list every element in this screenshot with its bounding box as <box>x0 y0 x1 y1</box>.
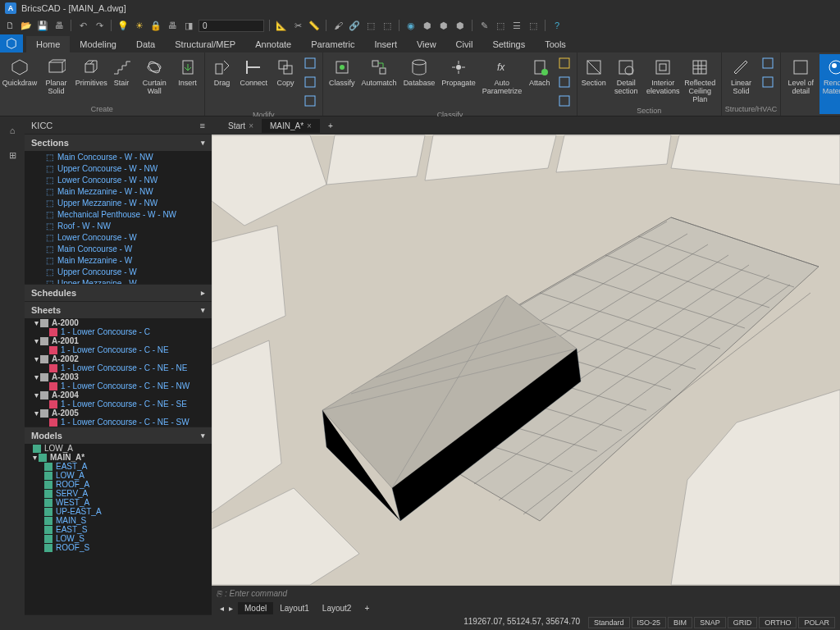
menu-icon[interactable]: ≡ <box>200 121 205 130</box>
command-line[interactable]: ⎘: Enter command <box>212 586 840 600</box>
section-item[interactable]: ⬚Main Mezzanine - W - NW <box>25 185 212 197</box>
cube-icon[interactable]: ⬢ <box>454 19 467 32</box>
cube-icon[interactable]: ◉ <box>404 19 418 32</box>
add-tab-button[interactable]: + <box>320 119 341 133</box>
status-snap-button[interactable]: SNAP <box>694 617 726 628</box>
tab-parametric[interactable]: Parametric <box>301 36 364 52</box>
tool-icon[interactable]: ⬚ <box>381 19 394 32</box>
database-button[interactable]: Database <box>401 54 438 110</box>
struct-small-button[interactable] <box>759 54 777 72</box>
home-icon[interactable]: ⌂ <box>3 121 21 139</box>
section-item[interactable]: ⬚Upper Mezzanine - W <box>25 277 212 284</box>
classify-small-button[interactable] <box>555 54 573 72</box>
section-item[interactable]: ⬚Main Mezzanine - W <box>25 254 212 266</box>
structure-icon[interactable]: ⊞ <box>3 146 21 164</box>
tab-tools[interactable]: Tools <box>535 36 576 52</box>
section-item[interactable]: ⬚Roof - W - NW <box>25 220 212 231</box>
list-icon[interactable]: ☰ <box>510 19 523 32</box>
sheet-group[interactable]: ▾A-2002 <box>25 354 212 363</box>
sheet-group[interactable]: ▾A-2004 <box>25 390 212 399</box>
layer-visibility-icon[interactable]: 💡 <box>116 19 130 32</box>
status-standard-button[interactable]: Standard <box>588 617 630 628</box>
tab-annotate[interactable]: Annotate <box>245 36 301 52</box>
cube-icon[interactable]: ⬢ <box>437 19 450 32</box>
model-item[interactable]: EAST_A <box>25 462 212 471</box>
model-item[interactable]: ROOF_S <box>25 543 212 552</box>
model-item[interactable]: LOW_S <box>25 534 212 543</box>
section-item[interactable]: ⬚Upper Mezzanine - W - NW <box>25 197 212 208</box>
section-item[interactable]: ⬚Lower Concourse - W <box>25 231 212 243</box>
model-item[interactable]: WEST_A <box>25 498 212 507</box>
tab-structural-mep[interactable]: Structural/MEP <box>165 36 245 52</box>
status-polar-button[interactable]: POLAR <box>798 617 835 628</box>
tab-view[interactable]: View <box>407 36 446 52</box>
tool-icon[interactable]: ⬚ <box>364 19 377 32</box>
status-grid-button[interactable]: GRID <box>728 617 758 628</box>
models-header[interactable]: Models▾ <box>25 427 212 444</box>
model-item[interactable]: MAIN_S <box>25 516 212 525</box>
tab-data[interactable]: Data <box>126 36 165 52</box>
save-icon[interactable]: 💾 <box>36 19 49 32</box>
layer-plot-icon[interactable]: 🖶 <box>166 19 179 32</box>
layer-lock-icon[interactable]: 🔒 <box>149 19 162 32</box>
layer-freeze-icon[interactable]: ☀ <box>133 19 146 32</box>
quickdraw-button[interactable]: Quickdraw <box>3 54 36 104</box>
tool-icon[interactable]: ⬚ <box>527 19 540 32</box>
tab-civil[interactable]: Civil <box>446 36 483 52</box>
struct-small-button[interactable] <box>759 73 777 91</box>
layout-tab-model[interactable]: Model <box>238 602 273 614</box>
classify-small-button[interactable] <box>555 92 573 110</box>
level-of-detail-button[interactable]: Level of detail <box>784 54 817 114</box>
section-item[interactable]: ⬚Mechanical Penthouse - W - NW <box>25 208 212 220</box>
auto-parametrize-button[interactable]: fxAuto Parametrize <box>480 54 524 110</box>
3d-viewport[interactable] <box>212 135 840 586</box>
tab-modeling[interactable]: Modeling <box>70 36 126 52</box>
modify-small-button[interactable] <box>301 73 319 91</box>
propagate-button[interactable]: Propagate <box>439 54 478 110</box>
open-icon[interactable]: 📂 <box>20 19 33 32</box>
sheet-item[interactable]: 1 - Lower Concourse - C - NE - SW <box>25 418 212 427</box>
classify-small-button[interactable] <box>555 73 573 91</box>
classify-button[interactable]: Classify <box>326 54 358 110</box>
curtain-wall-button[interactable]: Curtain Wall <box>136 54 173 104</box>
model-item[interactable]: ROOF_A <box>25 480 212 489</box>
sheet-item[interactable]: 1 - Lower Concourse - C - NE - SE <box>25 399 212 409</box>
model-item[interactable]: LOW_A <box>25 444 212 453</box>
layout-tab-layout1[interactable]: Layout1 <box>273 602 316 614</box>
tab-settings[interactable]: Settings <box>482 36 535 52</box>
paint-icon[interactable]: 🖌 <box>331 19 345 32</box>
sheet-group[interactable]: ▾A-2005 <box>25 409 212 418</box>
drag-button[interactable]: Drag <box>208 54 236 110</box>
model-item[interactable]: SERV_A <box>25 489 212 498</box>
redo-icon[interactable]: ↷ <box>93 19 106 32</box>
layout-next-icon[interactable]: ▸ <box>229 604 233 613</box>
primitives-button[interactable]: Primitives <box>76 54 107 104</box>
sheet-item[interactable]: 1 - Lower Concourse - C - NE - NE <box>25 363 212 372</box>
new-icon[interactable]: 🗋 <box>3 19 16 32</box>
undo-icon[interactable]: ↶ <box>76 19 89 32</box>
modify-small-button[interactable] <box>301 54 319 72</box>
reflected-ceiling-button[interactable]: Reflected Ceiling Plan <box>682 54 718 106</box>
detail-section-button[interactable]: Detail section <box>609 54 644 106</box>
layer-select[interactable] <box>199 20 264 32</box>
status-bim-button[interactable]: BIM <box>668 617 692 628</box>
model-item[interactable]: ▾MAIN_A* <box>25 453 212 462</box>
render-material-button[interactable]: Render Material <box>819 54 840 114</box>
planar-solid-button[interactable]: Planar Solid <box>38 54 75 104</box>
sheet-group[interactable]: ▾A-2001 <box>25 336 212 345</box>
sections-header[interactable]: Sections▾ <box>25 135 212 151</box>
stair-button[interactable]: Stair <box>108 54 135 104</box>
doc-tab-main[interactable]: MAIN_A*× <box>262 119 320 133</box>
copy-button[interactable]: Copy <box>272 54 299 110</box>
sheet-item[interactable]: 1 - Lower Concourse - C - NE - NW <box>25 381 212 390</box>
close-icon[interactable]: × <box>249 121 253 130</box>
interior-elevations-button[interactable]: Interior elevations <box>646 54 681 106</box>
connect-button[interactable]: Connect <box>238 54 271 110</box>
status-iso-button[interactable]: ISO-25 <box>632 617 667 628</box>
linear-solid-button[interactable]: Linear Solid <box>725 54 757 104</box>
insert-button[interactable]: Insert <box>175 54 201 104</box>
tool-icon[interactable]: ⬚ <box>494 19 507 32</box>
schedules-header[interactable]: Schedules▸ <box>25 285 212 301</box>
section-item[interactable]: ⬚Upper Concourse - W - NW <box>25 162 212 174</box>
model-item[interactable]: LOW_A <box>25 471 212 480</box>
